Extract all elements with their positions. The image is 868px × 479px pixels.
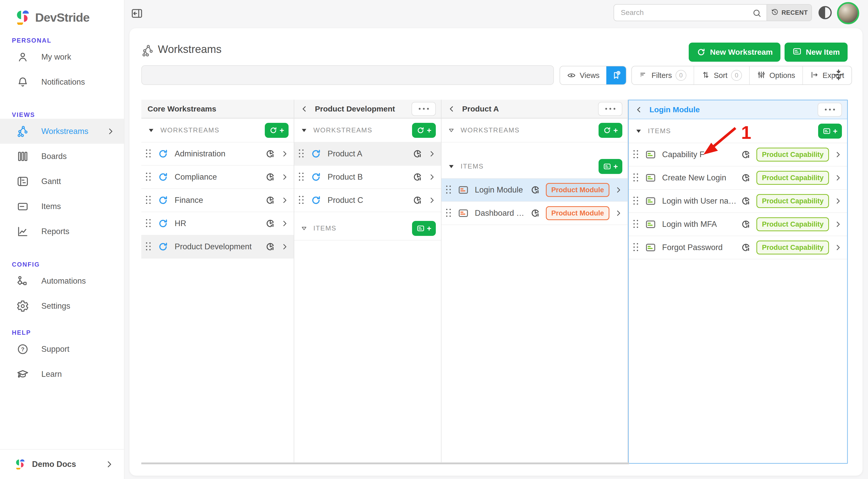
search-input[interactable]	[614, 5, 767, 21]
new-workstream-button[interactable]: New Workstream	[689, 43, 780, 62]
drag-handle-icon[interactable]	[633, 197, 639, 205]
drag-handle-icon[interactable]	[299, 173, 304, 181]
chevron-right-icon[interactable]	[834, 197, 842, 205]
workstream-row-product-a[interactable]: Product A	[294, 142, 441, 166]
options-button[interactable]: Options	[749, 66, 802, 84]
sidebar-item-items[interactable]: Items	[0, 194, 124, 219]
chevron-right-icon[interactable]	[834, 151, 842, 159]
stats-icon[interactable]	[530, 208, 541, 218]
sidebar-item-support[interactable]: ? Support	[0, 337, 124, 362]
chevron-right-icon[interactable]	[281, 243, 288, 250]
filters-button[interactable]: Filters 0	[632, 66, 693, 84]
sidebar-item-notifications[interactable]: Notifications	[0, 69, 124, 95]
section-toggle-icon[interactable]	[635, 128, 642, 134]
drag-handle-icon[interactable]	[633, 173, 639, 182]
section-toggle-icon[interactable]	[448, 163, 455, 170]
drag-handle-icon[interactable]	[446, 185, 452, 194]
workstream-row-finance[interactable]: Finance	[141, 189, 294, 212]
add-workstream-button[interactable]: +	[598, 123, 622, 138]
sidebar-item-workstreams[interactable]: Workstreams	[0, 119, 124, 144]
workstream-row-product-c[interactable]: Product C	[294, 189, 441, 212]
drag-handle-icon[interactable]	[633, 220, 639, 229]
section-toggle-icon[interactable]	[148, 127, 155, 134]
drag-handle-icon[interactable]	[633, 243, 639, 252]
new-item-button[interactable]: New Item	[784, 43, 847, 62]
sidebar-item-my-work[interactable]: My work	[0, 44, 124, 69]
stats-icon[interactable]	[265, 195, 276, 206]
chevron-right-icon[interactable]	[281, 196, 288, 204]
stats-icon[interactable]	[740, 196, 751, 206]
stats-icon[interactable]	[412, 172, 423, 182]
workstream-row-compliance[interactable]: Compliance	[141, 166, 294, 189]
drag-handle-icon[interactable]	[146, 149, 151, 158]
chevron-right-icon[interactable]	[615, 186, 622, 194]
column-title[interactable]: Login Module	[649, 105, 700, 114]
section-toggle-icon[interactable]	[448, 127, 455, 134]
chevron-right-icon[interactable]	[428, 150, 436, 158]
section-toggle-icon[interactable]	[301, 127, 308, 134]
collapse-rows-button[interactable]	[832, 68, 845, 82]
chevron-right-icon[interactable]	[428, 173, 436, 181]
breadcrumb-bar[interactable]	[141, 65, 554, 85]
stats-icon[interactable]	[265, 148, 276, 159]
column-title[interactable]: Product A	[462, 105, 499, 113]
chevron-right-icon[interactable]	[281, 150, 288, 158]
item-row-create-new-login[interactable]: Create New Login Product Capability	[629, 167, 847, 190]
stats-icon[interactable]	[530, 184, 541, 195]
drag-handle-icon[interactable]	[146, 219, 151, 228]
chevron-right-icon[interactable]	[834, 174, 842, 182]
chevron-right-icon[interactable]	[834, 244, 842, 251]
chevron-right-icon[interactable]	[428, 196, 436, 204]
add-item-button[interactable]: +	[598, 159, 622, 174]
drag-handle-icon[interactable]	[146, 173, 151, 181]
chevron-right-icon[interactable]	[281, 173, 288, 181]
sidebar-item-learn[interactable]: Learn	[0, 362, 124, 387]
column-menu-button[interactable]	[817, 103, 842, 117]
workspace-switcher[interactable]: Demo Docs	[0, 449, 124, 479]
column-back-icon[interactable]	[635, 106, 643, 113]
add-workstream-button[interactable]: +	[412, 123, 436, 138]
column-title[interactable]: Product Development	[315, 105, 395, 113]
stats-icon[interactable]	[265, 241, 276, 252]
item-row-forgot-password[interactable]: Forgot Password Product Capability	[629, 236, 847, 260]
stats-icon[interactable]	[265, 218, 276, 229]
stats-icon[interactable]	[265, 172, 276, 182]
drag-handle-icon[interactable]	[299, 149, 304, 158]
user-avatar[interactable]	[837, 2, 859, 24]
recent-button[interactable]: RECENT	[767, 5, 811, 21]
section-toggle-icon[interactable]	[301, 225, 308, 232]
theme-contrast-toggle[interactable]	[817, 5, 833, 21]
stats-icon[interactable]	[740, 149, 751, 160]
workstream-row-product-development[interactable]: Product Development	[141, 235, 294, 259]
save-view-bookmark-button[interactable]	[606, 66, 626, 84]
sort-button[interactable]: Sort 0	[693, 66, 749, 84]
chevron-right-icon[interactable]	[834, 220, 842, 228]
chevron-right-icon[interactable]	[615, 209, 622, 217]
add-item-button[interactable]: +	[818, 124, 842, 139]
item-row-login-module[interactable]: Login Module Product Module	[441, 179, 627, 202]
workstream-row-administration[interactable]: Administration	[141, 142, 294, 166]
workstream-row-product-b[interactable]: Product B	[294, 166, 441, 189]
sidebar-item-automations[interactable]: Automations	[0, 268, 124, 294]
sidebar-item-settings[interactable]: Settings	[0, 294, 124, 318]
column-menu-button[interactable]	[411, 102, 436, 116]
column-back-icon[interactable]	[301, 105, 308, 113]
item-row-login-with-mfa[interactable]: Login with MFA Product Capability	[629, 213, 847, 236]
add-workstream-button[interactable]: +	[265, 123, 288, 138]
item-row-capability-f[interactable]: Capability F Product Capability	[629, 143, 847, 167]
stats-icon[interactable]	[412, 148, 423, 159]
collapse-sidebar-button[interactable]	[131, 7, 143, 20]
drag-handle-icon[interactable]	[146, 196, 151, 205]
drag-handle-icon[interactable]	[446, 209, 452, 217]
stats-icon[interactable]	[740, 172, 751, 183]
drag-handle-icon[interactable]	[633, 150, 639, 159]
item-row-login-with-user-name-pass-[interactable]: Login with User name/Pass... Product Cap…	[629, 190, 847, 213]
add-item-button[interactable]: +	[412, 221, 436, 236]
stats-icon[interactable]	[740, 242, 751, 253]
drag-handle-icon[interactable]	[299, 196, 304, 205]
sidebar-item-boards[interactable]: Boards	[0, 144, 124, 169]
drag-handle-icon[interactable]	[146, 242, 151, 251]
item-row-dashboard-module[interactable]: Dashboard Module Product Module	[441, 202, 627, 225]
stats-icon[interactable]	[412, 195, 423, 206]
sidebar-item-reports[interactable]: Reports	[0, 219, 124, 244]
